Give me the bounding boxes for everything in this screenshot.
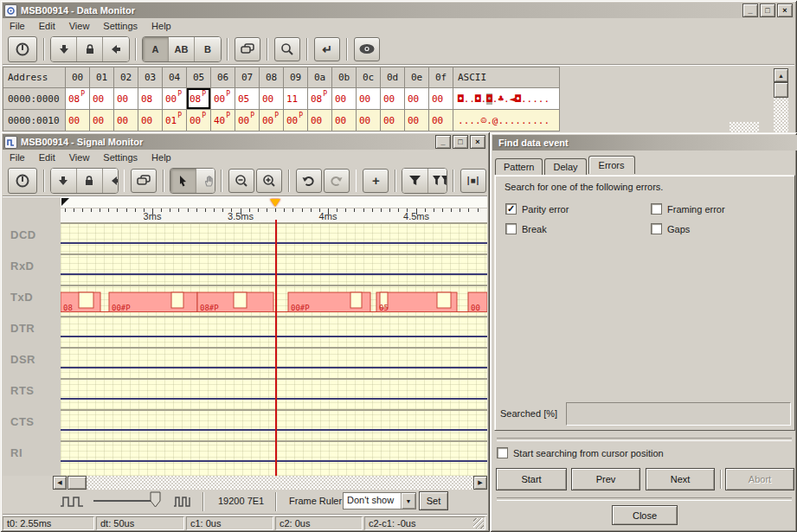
scroll-up-icon[interactable]: ▲ xyxy=(774,68,788,82)
enter-button[interactable]: ↵ xyxy=(314,37,340,61)
scrollbar-track[interactable] xyxy=(774,98,788,135)
hex-cell[interactable]: 00 xyxy=(381,88,405,110)
hex-cell[interactable]: 00 xyxy=(138,110,163,131)
view-b-button[interactable]: B xyxy=(195,37,221,61)
hex-cell[interactable]: 00 xyxy=(332,88,357,110)
redo-button[interactable] xyxy=(324,169,350,193)
maximize-button[interactable]: □ xyxy=(453,135,468,149)
power-button[interactable] xyxy=(8,36,37,62)
abort-button[interactable]: Abort xyxy=(725,468,794,490)
scrollbar-track[interactable] xyxy=(87,476,473,490)
windows-layers-button[interactable] xyxy=(131,169,157,193)
hex-cell[interactable]: 00 xyxy=(429,88,453,110)
hex-cell[interactable]: 00P xyxy=(211,88,235,110)
scrollbar-thumb[interactable] xyxy=(774,82,788,98)
hex-cell[interactable]: 00 xyxy=(114,88,138,110)
scroll-left-icon[interactable]: ◀ xyxy=(53,476,67,490)
hex-cell[interactable]: 00 xyxy=(90,110,114,131)
start-button[interactable]: Start xyxy=(496,468,567,490)
menu-item-view[interactable]: View xyxy=(62,151,97,164)
scroll-back-button[interactable] xyxy=(103,37,129,61)
menu-item-settings[interactable]: Settings xyxy=(96,19,145,33)
undo-button[interactable] xyxy=(296,169,322,193)
menu-item-edit[interactable]: Edit xyxy=(32,151,62,164)
scroll-back-button[interactable] xyxy=(103,169,119,193)
menu-item-settings[interactable]: Settings xyxy=(96,151,145,164)
multi-filter-button[interactable] xyxy=(428,169,447,193)
hex-cell[interactable]: 00 xyxy=(429,110,453,131)
close-button[interactable]: Close xyxy=(612,505,678,525)
hex-cell[interactable]: 00P xyxy=(187,110,211,131)
tab-delay[interactable]: Delay xyxy=(544,158,586,175)
minimize-button[interactable]: _ xyxy=(742,3,758,17)
scroll-down-button[interactable] xyxy=(51,169,77,193)
checkbox-gaps[interactable]: Gaps xyxy=(651,223,690,234)
frame-ruler-dropdown[interactable]: Don't show ▼ xyxy=(343,492,416,510)
hex-cell[interactable]: 00P xyxy=(163,88,187,110)
hex-cell[interactable]: 00 xyxy=(114,110,138,131)
hex-cell[interactable]: 08P xyxy=(308,88,332,110)
start-from-cursor-checkbox[interactable]: Start searching from cursor position xyxy=(497,447,664,458)
hex-cell[interactable]: 11 xyxy=(284,88,308,110)
hex-cell[interactable]: 00 xyxy=(405,110,429,131)
hex-cell[interactable]: 00 xyxy=(260,88,284,110)
hex-cell[interactable]: 00 xyxy=(405,88,429,110)
hex-cell[interactable]: 00 xyxy=(66,110,90,131)
scrollbar-thumb[interactable] xyxy=(67,476,87,490)
menu-item-file[interactable]: File xyxy=(3,151,32,164)
hex-cell[interactable]: 00P xyxy=(260,110,284,131)
eye-button[interactable] xyxy=(354,37,380,61)
checkbox-framing-error[interactable]: Framing error xyxy=(651,203,725,215)
hex-cell[interactable]: 40P xyxy=(211,110,235,131)
hex-cell[interactable]: 00 xyxy=(332,110,357,131)
horizontal-scrollbar[interactable]: ◀ ▶ xyxy=(53,476,487,490)
power-button[interactable] xyxy=(8,168,37,194)
checkbox-box[interactable] xyxy=(651,223,662,234)
checkbox-box[interactable]: ✓ xyxy=(505,203,517,215)
hex-cell[interactable]: 08 xyxy=(138,88,163,110)
hex-cell[interactable]: 00P xyxy=(235,110,260,131)
dropdown-arrow-icon[interactable]: ▼ xyxy=(401,493,415,509)
signal-plot[interactable]: 0800#P08#P00#P0500 xyxy=(61,222,487,476)
minimize-button[interactable]: _ xyxy=(435,135,451,149)
set-button[interactable]: Set xyxy=(419,491,448,510)
vertical-scrollbar[interactable]: ▲ xyxy=(774,68,788,135)
scroll-down-button[interactable] xyxy=(51,37,77,61)
view-a-button[interactable]: A xyxy=(143,37,169,61)
hex-cell[interactable]: 00 xyxy=(381,110,405,131)
zoom-in-button[interactable] xyxy=(256,169,282,193)
menu-item-edit[interactable]: Edit xyxy=(32,19,62,33)
frame-view-button[interactable]: |■| xyxy=(460,169,486,193)
hex-cell[interactable]: 00 xyxy=(308,110,332,131)
hex-cell[interactable]: 00P xyxy=(284,110,308,131)
tab-errors[interactable]: Errors xyxy=(588,156,635,174)
tab-pattern[interactable]: Pattern xyxy=(495,158,543,175)
filter-button[interactable] xyxy=(402,169,428,193)
checkbox-box[interactable] xyxy=(505,223,517,234)
hex-cell[interactable]: 08P xyxy=(187,88,211,110)
close-button[interactable]: × xyxy=(777,3,793,17)
menu-item-file[interactable]: File xyxy=(3,19,32,33)
lock-icon[interactable] xyxy=(77,169,103,193)
checkbox-box[interactable] xyxy=(651,203,662,215)
menu-item-view[interactable]: View xyxy=(62,19,97,33)
lock-icon[interactable] xyxy=(77,37,103,61)
maximize-button[interactable]: □ xyxy=(760,3,775,17)
zoom-slider-handle[interactable] xyxy=(150,491,161,510)
search-button[interactable] xyxy=(274,37,300,61)
hex-cell[interactable]: 08P xyxy=(66,88,90,110)
checkbox-break[interactable]: Break xyxy=(505,223,547,234)
select-cursor-button[interactable] xyxy=(170,169,196,193)
cursor-marker-icon[interactable] xyxy=(270,199,280,207)
view-ab-button[interactable]: AB xyxy=(169,37,195,61)
hex-cell[interactable]: 05 xyxy=(235,88,260,110)
menu-item-help[interactable]: Help xyxy=(145,19,178,33)
prev-button[interactable]: Prev xyxy=(571,468,640,490)
next-button[interactable]: Next xyxy=(646,468,715,490)
windows-layers-button[interactable] xyxy=(235,37,260,61)
add-marker-button[interactable]: + xyxy=(363,169,389,193)
hex-cell[interactable]: 00 xyxy=(357,88,381,110)
marker-strip[interactable] xyxy=(61,197,487,208)
hex-cell[interactable]: 01P xyxy=(163,110,187,131)
pan-hand-button[interactable] xyxy=(196,169,215,193)
